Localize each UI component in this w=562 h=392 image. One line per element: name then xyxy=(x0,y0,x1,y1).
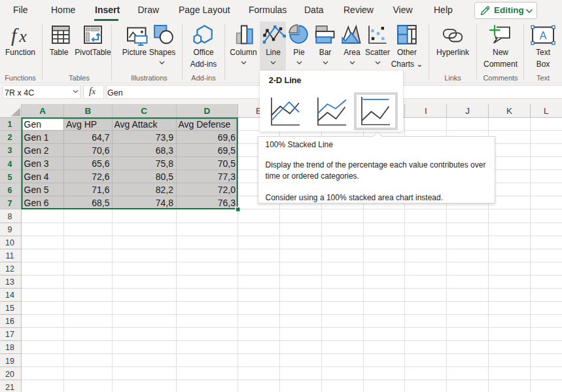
svg-text:A: A xyxy=(540,30,547,41)
svg-text:Gen 4: Gen 4 xyxy=(24,171,49,181)
svg-text:19: 19 xyxy=(5,356,14,365)
svg-text:17: 17 xyxy=(5,330,14,339)
svg-text:72,6: 72,6 xyxy=(92,171,109,181)
svg-text:Gen 2: Gen 2 xyxy=(24,145,49,155)
svg-text:75,8: 75,8 xyxy=(156,158,173,168)
svg-text:68,3: 68,3 xyxy=(156,145,173,155)
svg-text:L: L xyxy=(544,106,549,116)
svg-text:Avg HP: Avg HP xyxy=(66,118,97,129)
svg-text:6: 6 xyxy=(8,185,12,194)
svg-text:82,2: 82,2 xyxy=(156,185,173,195)
svg-text:73,9: 73,9 xyxy=(156,132,173,142)
svg-text:D: D xyxy=(203,106,210,116)
svg-text:80,5: 80,5 xyxy=(156,171,173,181)
svg-text:Gen 1: Gen 1 xyxy=(24,132,49,142)
svg-text:J: J xyxy=(465,106,470,116)
svg-text:74,8: 74,8 xyxy=(156,198,173,208)
svg-text:71,6: 71,6 xyxy=(92,185,109,195)
svg-text:I: I xyxy=(425,106,427,116)
svg-text:70,5: 70,5 xyxy=(218,158,236,168)
svg-text:3: 3 xyxy=(8,146,12,155)
svg-text:4: 4 xyxy=(8,159,12,168)
svg-text:8: 8 xyxy=(8,211,12,221)
svg-text:72,0: 72,0 xyxy=(218,185,236,195)
svg-text:Avg Attack: Avg Attack xyxy=(114,118,158,129)
svg-text:14: 14 xyxy=(5,291,14,300)
svg-text:1: 1 xyxy=(8,120,12,129)
svg-text:21: 21 xyxy=(5,382,14,391)
svg-text:Gen 5: Gen 5 xyxy=(24,185,49,195)
svg-text:69,6: 69,6 xyxy=(218,132,236,142)
svg-text:7: 7 xyxy=(8,198,12,207)
svg-text:64,7: 64,7 xyxy=(92,132,109,142)
svg-text:16: 16 xyxy=(5,317,14,326)
svg-text:A: A xyxy=(39,106,46,116)
svg-text:20: 20 xyxy=(5,369,14,378)
svg-text:18: 18 xyxy=(5,343,14,352)
svg-text:13: 13 xyxy=(5,277,14,287)
svg-text:B: B xyxy=(84,106,91,116)
svg-text:11: 11 xyxy=(6,251,14,260)
svg-text:Gen: Gen xyxy=(24,118,41,129)
svg-text:Avg Defense: Avg Defense xyxy=(179,118,231,129)
svg-text:Gen 6: Gen 6 xyxy=(24,198,49,208)
svg-text:Gen 3: Gen 3 xyxy=(24,158,49,168)
svg-text:12: 12 xyxy=(5,264,14,274)
svg-text:C: C xyxy=(141,106,147,116)
svg-text:77,3: 77,3 xyxy=(218,171,236,181)
svg-text:9: 9 xyxy=(8,224,12,234)
svg-text:10: 10 xyxy=(5,238,14,247)
svg-text:2: 2 xyxy=(8,133,12,142)
svg-text:15: 15 xyxy=(5,304,14,313)
svg-text:68,5: 68,5 xyxy=(92,198,109,208)
svg-text:70,6: 70,6 xyxy=(92,145,109,155)
svg-text:65,6: 65,6 xyxy=(92,158,109,168)
svg-text:5: 5 xyxy=(8,172,12,181)
svg-text:69,5: 69,5 xyxy=(218,145,236,155)
svg-text:76,3: 76,3 xyxy=(218,198,236,208)
svg-text:K: K xyxy=(506,106,512,116)
